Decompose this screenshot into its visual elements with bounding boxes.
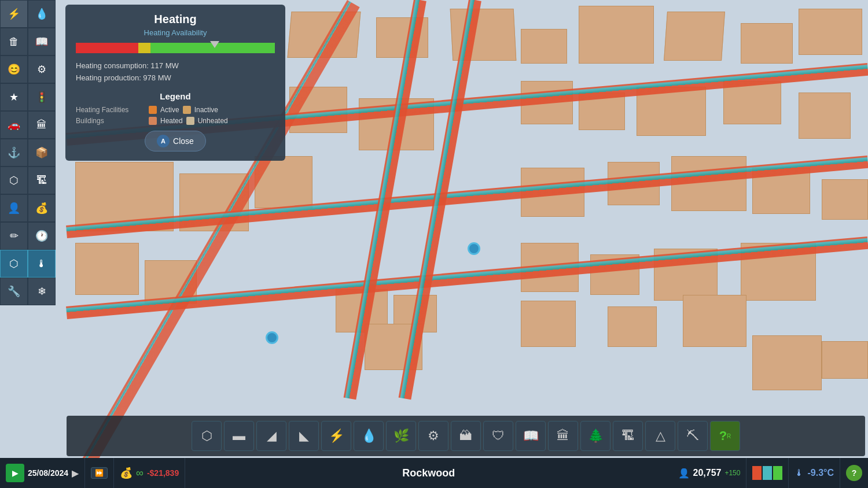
toolbar-btn-zone-ind[interactable]: ◣ bbox=[289, 421, 319, 451]
sidebar-btn-construction[interactable]: 🏗 bbox=[28, 167, 56, 194]
legend-buildings-label: Buildings bbox=[76, 117, 145, 125]
overlay-green bbox=[773, 466, 782, 480]
toolbar-btn-zone-res[interactable]: ▬ bbox=[224, 421, 254, 451]
balance-display: -$21,839 bbox=[147, 468, 179, 478]
population-count: 20,757 bbox=[693, 468, 722, 478]
next-date-button[interactable]: ▶ bbox=[72, 468, 79, 479]
play-segment: ▶ 25/08/2024 ▶ bbox=[0, 458, 85, 488]
toolbar-btn-zone-com[interactable]: ◢ bbox=[256, 421, 286, 451]
sidebar-btn-money[interactable]: 💰 bbox=[28, 194, 56, 222]
legend-heated-dot bbox=[149, 117, 157, 125]
sidebar-btn-clock[interactable]: 🕐 bbox=[28, 222, 56, 250]
legend-facilities-label: Heating Facilities bbox=[76, 106, 145, 114]
sidebar-btn-hexmap[interactable]: ⬡ bbox=[0, 250, 28, 278]
map-overlay-display bbox=[752, 466, 782, 480]
sidebar-btn-gear[interactable]: ⚙ bbox=[28, 56, 56, 83]
bar-yellow bbox=[138, 43, 151, 53]
sidebar-btn-anchor[interactable]: ⚓ bbox=[0, 139, 28, 167]
money-segment: 💰 ∞ -$21,839 bbox=[114, 458, 185, 488]
temperature-segment: 🌡 -9.3°C bbox=[789, 458, 840, 488]
legend-unheated-label: Unheated bbox=[198, 117, 228, 125]
speed-segment: ⏩ bbox=[85, 458, 114, 488]
legend-unheated-dot bbox=[186, 117, 194, 125]
map-overlay-segment bbox=[746, 458, 789, 488]
legend-active-label: Active bbox=[160, 106, 179, 114]
bar-red bbox=[76, 43, 138, 53]
toolbar-btn-nature[interactable]: 🌲 bbox=[580, 421, 610, 451]
sidebar-btn-snow[interactable]: ❄ bbox=[28, 278, 56, 305]
toolbar-btn-parks[interactable]: 🌿 bbox=[386, 421, 416, 451]
date-display: 25/08/2024 bbox=[28, 468, 68, 478]
bar-marker bbox=[210, 41, 219, 48]
help-segment: ? bbox=[840, 458, 868, 488]
sidebar-btn-trash[interactable]: 🗑 bbox=[0, 28, 28, 56]
toolbar-btn-buildings[interactable]: 🏗 bbox=[613, 421, 643, 451]
bottom-toolbar: ⬡ ▬ ◢ ◣ ⚡ 💧 🌿 ⚙ 🏔 🛡 📖 🏛 🌲 🏗 △ ⛏ ? R bbox=[67, 416, 865, 456]
sidebar-btn-wrench[interactable]: 🔧 bbox=[0, 278, 28, 305]
toolbar-btn-electricity[interactable]: ⚡ bbox=[321, 421, 351, 451]
toolbar-btn-city[interactable]: 🏛 bbox=[548, 421, 578, 451]
temp-icon: 🌡 bbox=[795, 468, 804, 478]
toolbar-btn-terrain[interactable]: 🏔 bbox=[451, 421, 481, 451]
legend-heated-label: Heated bbox=[160, 117, 183, 125]
toolbar-btn-help[interactable]: ? R bbox=[710, 421, 740, 451]
bottom-status-bar: ▶ 25/08/2024 ▶ ⏩ 💰 ∞ -$21,839 Rockwood 👤… bbox=[0, 458, 868, 488]
legend-active-dot bbox=[149, 106, 157, 114]
play-button[interactable]: ▶ bbox=[6, 464, 24, 482]
sidebar-btn-package[interactable]: 📦 bbox=[28, 139, 56, 167]
close-btn-label: Close bbox=[173, 136, 194, 146]
sidebar-btn-star[interactable]: ★ bbox=[0, 83, 28, 111]
population-change: +150 bbox=[724, 469, 740, 477]
heating-panel: Heating Heating Availability Heating con… bbox=[65, 5, 285, 161]
close-button[interactable]: A Close bbox=[145, 131, 206, 151]
speed-button[interactable]: ⏩ bbox=[91, 467, 108, 479]
sidebar-btn-edit[interactable]: ✏ bbox=[0, 222, 28, 250]
city-name: Rockwood bbox=[191, 467, 666, 479]
toolbar-btn-water[interactable]: 💧 bbox=[354, 421, 384, 451]
legend-inactive-dot bbox=[183, 106, 191, 114]
sidebar-btn-happiness[interactable]: 😊 bbox=[0, 56, 28, 83]
population-icon: 👤 bbox=[678, 468, 690, 479]
toolbar-btn-services[interactable]: ⚙ bbox=[418, 421, 448, 451]
close-btn-icon: A bbox=[157, 135, 170, 147]
toolbar-btn-dig[interactable]: ⛏ bbox=[678, 421, 708, 451]
legend-inactive-label: Inactive bbox=[194, 106, 218, 114]
population-segment: 👤 20,757 +150 bbox=[672, 458, 747, 488]
toolbar-btn-overview[interactable]: ⬡ bbox=[192, 421, 222, 451]
sidebar-btn-car[interactable]: 🚗 bbox=[0, 111, 28, 139]
sidebar-btn-info[interactable]: 📖 bbox=[28, 28, 56, 56]
panel-subtitle: Heating Availability bbox=[76, 28, 275, 37]
sidebar-btn-electricity[interactable]: ⚡ bbox=[0, 0, 28, 28]
toolbar-btn-education[interactable]: 📖 bbox=[516, 421, 546, 451]
money-icon: 💰 bbox=[120, 467, 133, 479]
sidebar-btn-water[interactable]: 💧 bbox=[28, 0, 56, 28]
availability-bar bbox=[76, 43, 275, 53]
sidebar-btn-settings2[interactable]: ⬡ bbox=[0, 167, 28, 194]
sidebar-btn-heating[interactable]: 🌡 bbox=[28, 250, 56, 278]
toolbar-btn-triangle[interactable]: △ bbox=[645, 421, 675, 451]
legend-buildings-row: Buildings Heated Unheated bbox=[76, 117, 275, 125]
stats-text: Heating consumption: 117 MW Heating prod… bbox=[76, 60, 275, 84]
legend-facilities-row: Heating Facilities Active Inactive bbox=[76, 106, 275, 114]
overlay-cyan bbox=[763, 466, 772, 480]
temperature-display: -9.3°C bbox=[807, 468, 834, 478]
production-label: Heating production: 978 MW bbox=[76, 72, 275, 84]
sidebar-btn-traffic[interactable]: 🚦 bbox=[28, 83, 56, 111]
intersection-dot-2 bbox=[266, 331, 278, 344]
sidebar-btn-person[interactable]: 👤 bbox=[0, 194, 28, 222]
help-button[interactable]: ? bbox=[846, 465, 862, 481]
overlay-red bbox=[752, 466, 762, 480]
sidebar-btn-barrel[interactable]: 🏛 bbox=[28, 111, 56, 139]
city-segment: Rockwood bbox=[185, 458, 672, 488]
toolbar-btn-police[interactable]: 🛡 bbox=[483, 421, 513, 451]
infinity-label: ∞ bbox=[136, 467, 144, 479]
consumption-label: Heating consumption: 117 MW bbox=[76, 60, 275, 72]
legend-title: Legend bbox=[76, 91, 275, 101]
intersection-dot-1 bbox=[468, 242, 480, 255]
panel-title: Heating bbox=[76, 13, 275, 26]
left-sidebar: ⚡ 💧 🗑 📖 😊 ⚙ ★ 🚦 🚗 🏛 ⚓ 📦 ⬡ 🏗 👤 💰 ✏ 🕐 ⬡ 🌡 … bbox=[0, 0, 64, 358]
